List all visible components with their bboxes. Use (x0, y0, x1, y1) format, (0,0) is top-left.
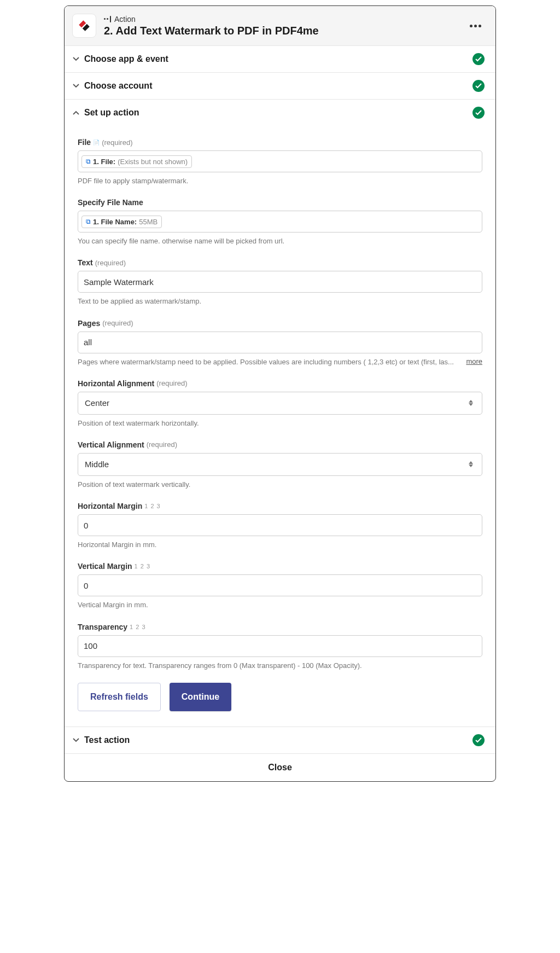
dropbox-icon: ⧉ (86, 158, 91, 165)
field-label: Horizontal Alignment (required) (78, 379, 482, 388)
more-menu-button[interactable] (466, 21, 485, 31)
field-valign: Vertical Alignment (required) Middle Pos… (78, 440, 482, 490)
help-text: You can specify file name. otherwise nam… (78, 236, 482, 246)
required-text: (required) (156, 379, 187, 387)
required-text: (required) (102, 319, 133, 327)
label-text: Horizontal Alignment (78, 379, 154, 388)
field-halign: Horizontal Alignment (required) Center P… (78, 379, 482, 428)
token-prefix: 1. File: (93, 158, 115, 166)
field-label: Pages (required) (78, 319, 482, 328)
label-text: Specify File Name (78, 198, 143, 207)
input-value: 0 (84, 581, 88, 590)
token-value: (Exists but not shown) (118, 158, 188, 166)
field-filename: Specify File Name ⧉ 1. File Name: 55MB Y… (78, 198, 482, 246)
required-text: (required) (102, 138, 132, 147)
field-label: File 📄 (required) (78, 138, 482, 147)
button-row: Refresh fields Continue (78, 683, 482, 711)
pdf4me-icon (77, 19, 91, 33)
field-pages: Pages (required) all Pages where waterma… (78, 319, 482, 367)
transparency-input[interactable]: 100 (78, 635, 482, 657)
chevron-down-icon (71, 54, 81, 64)
header-kicker: Action (104, 15, 466, 24)
field-text: Text (required) Sample Watermark Text to… (78, 258, 482, 306)
input-value: all (84, 338, 92, 347)
chevron-down-icon (71, 81, 81, 91)
section-choose-account[interactable]: Choose account (65, 72, 495, 99)
select-caret-icon (466, 461, 475, 467)
panel-header: Action 2. Add Text Watermark to PDF in P… (65, 6, 495, 45)
required-text: (required) (95, 259, 126, 267)
input-value: 0 (84, 521, 88, 530)
label-text: Text (78, 258, 93, 267)
text-input[interactable]: Sample Watermark (78, 271, 482, 293)
header-text: Action 2. Add Text Watermark to PDF in P… (104, 15, 466, 37)
input-value: 100 (84, 641, 97, 650)
section-title: Set up action (84, 108, 472, 118)
label-text: Vertical Alignment (78, 440, 144, 449)
section-choose-app[interactable]: Choose app & event (65, 45, 495, 72)
section-title: Choose account (84, 81, 472, 91)
field-transparency: Transparency 1 2 3 100 Transparency for … (78, 623, 482, 671)
chevron-up-icon (71, 108, 81, 118)
more-link[interactable]: more (466, 357, 482, 365)
help-text: Position of text watermark vertically. (78, 480, 482, 490)
field-hmargin: Horizontal Margin 1 2 3 0 Horizontal Mar… (78, 502, 482, 550)
token-value: 55MB (139, 218, 158, 226)
label-text: File (78, 138, 91, 147)
field-label: Horizontal Margin 1 2 3 (78, 502, 482, 510)
check-icon (472, 53, 485, 65)
section-title: Choose app & event (84, 54, 472, 64)
help-row: Pages where watermark/stamp need to be a… (78, 353, 482, 367)
field-label: Vertical Alignment (required) (78, 440, 482, 449)
select-caret-icon (466, 400, 475, 406)
app-icon (72, 14, 96, 38)
hmargin-input[interactable]: 0 (78, 514, 482, 536)
help-text: Vertical Margin in mm. (78, 600, 482, 610)
filename-input[interactable]: ⧉ 1. File Name: 55MB (78, 211, 482, 233)
kicker-label: Action (114, 15, 136, 24)
field-file: File 📄 (required) ⧉ 1. File: (Exists but… (78, 138, 482, 186)
pages-input[interactable]: all (78, 332, 482, 353)
numeric-hint: 1 2 3 (130, 624, 145, 630)
halign-select[interactable]: Center (78, 392, 482, 415)
label-text: Pages (78, 319, 100, 328)
section-test-action[interactable]: Test action (65, 727, 495, 753)
label-text: Vertical Margin (78, 562, 132, 571)
continue-button[interactable]: Continue (170, 683, 231, 711)
help-text: Horizontal Margin in mm. (78, 540, 482, 550)
field-label: Specify File Name (78, 198, 482, 207)
refresh-fields-button[interactable]: Refresh fields (78, 683, 161, 711)
numeric-hint: 1 2 3 (135, 563, 150, 570)
help-text: Transparency for text. Transparency rang… (78, 661, 482, 671)
action-type-icon (104, 16, 111, 22)
help-text: Pages where watermark/stamp need to be a… (78, 357, 460, 367)
close-button[interactable]: Close (65, 753, 495, 781)
file-type-icon: 📄 (93, 140, 100, 146)
label-text: Horizontal Margin (78, 502, 142, 510)
filename-token[interactable]: ⧉ 1. File Name: 55MB (81, 216, 162, 228)
check-icon (472, 107, 485, 119)
action-panel: Action 2. Add Text Watermark to PDF in P… (64, 5, 496, 782)
help-text: PDF file to apply stamp/watermark. (78, 176, 482, 186)
vmargin-input[interactable]: 0 (78, 574, 482, 596)
check-icon (472, 734, 485, 746)
valign-select[interactable]: Middle (78, 453, 482, 476)
token-prefix: 1. File Name: (93, 218, 137, 226)
help-text: Position of text watermark horizontally. (78, 419, 482, 428)
field-label: Text (required) (78, 258, 482, 267)
file-input[interactable]: ⧉ 1. File: (Exists but not shown) (78, 150, 482, 172)
chevron-down-icon (71, 735, 81, 745)
field-label: Vertical Margin 1 2 3 (78, 562, 482, 571)
file-token[interactable]: ⧉ 1. File: (Exists but not shown) (81, 155, 192, 168)
section-setup-action[interactable]: Set up action (65, 99, 495, 126)
input-value: Sample Watermark (84, 277, 154, 287)
help-text: Text to be applied as watermark/stamp. (78, 297, 482, 306)
label-text: Transparency (78, 623, 127, 631)
required-text: (required) (147, 440, 177, 449)
check-icon (472, 80, 485, 92)
panel-title: 2. Add Text Watermark to PDF in PDF4me (104, 25, 466, 37)
numeric-hint: 1 2 3 (144, 503, 160, 509)
field-vmargin: Vertical Margin 1 2 3 0 Vertical Margin … (78, 562, 482, 610)
select-value: Center (85, 398, 109, 408)
select-value: Middle (85, 460, 109, 469)
